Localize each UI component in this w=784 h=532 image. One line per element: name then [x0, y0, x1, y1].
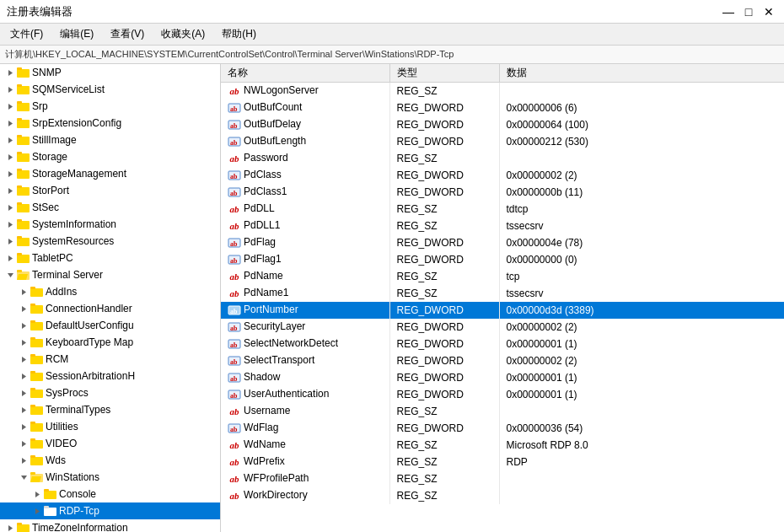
tree-item-defaultuserconfig[interactable]: DefaultUserConfigu [0, 317, 220, 334]
registry-row[interactable]: abUsernameREG_SZ [221, 403, 784, 420]
close-button[interactable]: ✕ [760, 3, 777, 20]
svg-rect-41 [30, 288, 43, 297]
tree-expander-systeminformation[interactable] [3, 218, 17, 231]
tree-item-tabletpc[interactable]: TabletPC [0, 250, 220, 266]
maximize-button[interactable]: □ [740, 3, 757, 20]
tree-expander-srp[interactable] [3, 99, 17, 113]
menu-item-帮助h[interactable]: 帮助(H) [215, 25, 263, 43]
tree-item-storage[interactable]: Storage [0, 148, 220, 165]
column-header-数据[interactable]: 数据 [499, 64, 784, 83]
tree-expander-wds[interactable] [17, 454, 30, 467]
tree-item-terminaltypes[interactable]: TerminalTypes [0, 401, 220, 418]
reg-type-icon: ab [228, 304, 241, 316]
tree-item-storport[interactable]: StorPort [0, 182, 220, 199]
tree-item-console[interactable]: Console [0, 486, 220, 502]
tree-item-srp[interactable]: Srp [0, 98, 220, 115]
registry-row[interactable]: ab PortNumberREG_DWORD0x00000d3d (3389) [221, 302, 784, 319]
tree-item-stillimage[interactable]: StillImage [0, 132, 220, 148]
tree-expander-keyboardtypemap[interactable] [17, 336, 30, 349]
registry-row[interactable]: ab OutBufCountREG_DWORD0x00000006 (6) [221, 99, 784, 116]
registry-row[interactable]: ab ShadowREG_DWORD0x00000001 (1) [221, 369, 784, 386]
menu-item-文件f[interactable]: 文件(F) [3, 25, 50, 43]
tree-expander-rdptcp[interactable] [30, 504, 44, 518]
tree-item-addins[interactable]: AddIns [0, 283, 220, 300]
menu-item-编辑e[interactable]: 编辑(E) [53, 25, 100, 43]
tree-expander-timezoneinfo[interactable] [3, 521, 17, 532]
svg-marker-58 [22, 390, 26, 396]
registry-row[interactable]: abPdName1REG_SZtssecsrv [221, 285, 784, 302]
menu-item-查看v[interactable]: 查看(V) [104, 25, 151, 43]
tree-item-storagemanagement[interactable]: StorageManagement [0, 165, 220, 182]
tree-expander-sysprocs[interactable] [17, 386, 30, 400]
tree-item-utilities[interactable]: Utilities [0, 418, 220, 435]
tree-item-systeminformation[interactable]: SystemInformation [0, 216, 220, 233]
tree-item-video[interactable]: VIDEO [0, 435, 220, 452]
tree-item-sysprocs[interactable]: SysProcs [0, 384, 220, 401]
tree-item-sessionarbitration[interactable]: SessionArbitrationH [0, 368, 220, 384]
tree-expander-tabletpc[interactable] [3, 251, 17, 265]
column-header-类型[interactable]: 类型 [389, 64, 499, 83]
tree-expander-terminaltypes[interactable] [17, 403, 30, 416]
tree-expander-sessionarbitration[interactable] [17, 369, 30, 383]
tree-expander-snmp[interactable] [3, 66, 17, 79]
tree-item-snmp[interactable]: SNMP [0, 64, 220, 81]
tree-expander-systemresources[interactable] [3, 234, 17, 248]
tree-item-systemresources[interactable]: SystemResources [0, 233, 220, 250]
tree-expander-storagemanagement[interactable] [3, 167, 17, 180]
tree-expander-addins[interactable] [17, 285, 30, 298]
tree-expander-console[interactable] [30, 487, 44, 501]
svg-rect-10 [17, 120, 30, 128]
registry-panel[interactable]: 名称类型数据abNWLogonServerREG_SZ ab OutBufCou… [221, 64, 784, 532]
tree-item-terminalserver[interactable]: Terminal Server [0, 266, 220, 283]
tree-item-sqmservicelist[interactable]: SQMServiceList [0, 81, 220, 98]
registry-row[interactable]: ab PdFlag1REG_DWORD0x00000000 (0) [221, 251, 784, 268]
tree-expander-connectionhandler[interactable] [17, 302, 30, 315]
registry-row[interactable]: abWFProfilePathREG_SZ [221, 470, 784, 487]
registry-row[interactable]: ab OutBufLengthREG_DWORD0x00000212 (530) [221, 133, 784, 150]
tree-expander-rcm[interactable] [17, 352, 30, 366]
tree-expander-stsec[interactable] [3, 201, 17, 214]
registry-row[interactable]: ab PdClass1REG_DWORD0x0000000b (11) [221, 184, 784, 201]
tree-expander-storport[interactable] [3, 184, 17, 197]
tree-expander-stillimage[interactable] [3, 133, 17, 147]
menu-item-收藏夹a[interactable]: 收藏夹(A) [154, 25, 212, 43]
tree-item-connectionhandler[interactable]: ConnectionHandler [0, 300, 220, 317]
tree-item-rcm[interactable]: RCM [0, 351, 220, 368]
registry-type: REG_DWORD [389, 386, 499, 403]
tree-item-wds[interactable]: Wds [0, 452, 220, 469]
tree-item-winstations[interactable]: WinStations [0, 469, 220, 486]
tree-item-keyboardtypemap[interactable]: KeyboardType Map [0, 334, 220, 351]
tree-expander-srpextension[interactable] [3, 116, 17, 130]
registry-row[interactable]: ab UserAuthenticationREG_DWORD0x00000001… [221, 386, 784, 403]
tree-expander-sqmservicelist[interactable] [3, 83, 17, 96]
registry-row[interactable]: ab WdFlagREG_DWORD0x00000036 (54) [221, 420, 784, 437]
registry-row[interactable]: ab SelectNetworkDetectREG_DWORD0x0000000… [221, 336, 784, 352]
registry-row[interactable]: abWdNameREG_SZMicrosoft RDP 8.0 [221, 437, 784, 454]
registry-row[interactable]: ab OutBufDelayREG_DWORD0x00000064 (100) [221, 116, 784, 133]
tree-expander-video[interactable] [17, 437, 30, 450]
tree-item-stsec[interactable]: StSec [0, 199, 220, 216]
registry-row[interactable]: abPdDLL1REG_SZtssecsrv [221, 218, 784, 234]
registry-row[interactable]: abPdDLLREG_SZtdtcp [221, 201, 784, 218]
minimize-button[interactable]: — [720, 3, 737, 20]
registry-row[interactable]: ab PdClassREG_DWORD0x00000002 (2) [221, 167, 784, 184]
registry-row[interactable]: abPdNameREG_SZtcp [221, 268, 784, 285]
tree-expander-winstations[interactable] [17, 470, 30, 484]
tree-item-srpextension[interactable]: SrpExtensionConfig [0, 115, 220, 132]
column-header-名称[interactable]: 名称 [221, 64, 389, 83]
tree-expander-terminalserver[interactable] [3, 268, 17, 282]
registry-row[interactable]: abWorkDirectoryREG_SZ [221, 487, 784, 504]
tree-expander-defaultuserconfig[interactable] [17, 319, 30, 332]
registry-row[interactable]: abWdPrefixREG_SZRDP [221, 454, 784, 470]
registry-row[interactable]: abPasswordREG_SZ [221, 150, 784, 167]
registry-row[interactable]: ab PdFlagREG_DWORD0x0000004e (78) [221, 234, 784, 251]
tree-item-timezoneinfo[interactable]: TimeZoneInformation [0, 519, 220, 532]
registry-row[interactable]: ab SecurityLayerREG_DWORD0x00000002 (2) [221, 319, 784, 336]
registry-row[interactable]: abNWLogonServerREG_SZ [221, 83, 784, 99]
tree-item-rdptcp[interactable]: RDP-Tcp [0, 502, 220, 519]
tree-expander-utilities[interactable] [17, 420, 30, 433]
registry-row[interactable]: ab SelectTransportREG_DWORD0x00000002 (2… [221, 352, 784, 369]
tree-panel[interactable]: SNMP SQMServiceList Srp SrpExtensionConf… [0, 64, 221, 532]
tree-expander-storage[interactable] [3, 150, 17, 164]
folder-icon-sqmservicelist [17, 83, 30, 96]
